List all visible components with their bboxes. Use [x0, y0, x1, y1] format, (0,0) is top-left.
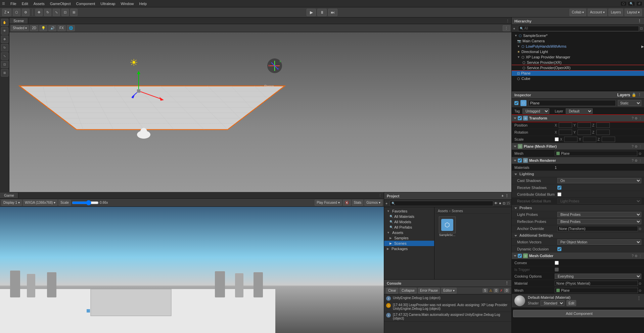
- project-plus-icon[interactable]: +: [502, 194, 504, 198]
- tab-game[interactable]: Game: [0, 193, 18, 198]
- settings-btn[interactable]: ⚙: [22, 9, 30, 16]
- breadcrumb-assets[interactable]: Assets: [438, 209, 448, 213]
- menu-file[interactable]: File: [8, 1, 19, 6]
- pos-x-input[interactable]: 0: [559, 123, 572, 128]
- transform-settings-icon[interactable]: ⚙: [635, 116, 638, 120]
- scale-link-checkbox[interactable]: [555, 137, 559, 141]
- project-star-btn[interactable]: ★: [499, 201, 502, 205]
- transform-gizmo-btn[interactable]: Z ▾: [2, 9, 11, 16]
- project-menu-icon[interactable]: ⋮: [505, 194, 509, 198]
- rot-z-input[interactable]: 0: [596, 130, 610, 135]
- convex-checkbox[interactable]: [555, 261, 559, 265]
- console-item[interactable]: ℹ [17:47:32] Camera.Main automatically a…: [384, 312, 511, 322]
- motion-vectors-dropdown[interactable]: Per Object Motion: [557, 239, 641, 245]
- meshfilter-expand-icon[interactable]: [514, 146, 516, 147]
- collider-more-icon[interactable]: ⋮: [639, 254, 642, 258]
- packages-folder[interactable]: ▶ Packages: [384, 246, 434, 251]
- layer-dropdown[interactable]: Default: [566, 108, 593, 114]
- menu-component[interactable]: Component: [73, 1, 98, 6]
- console-menu-icon[interactable]: ⋮: [505, 281, 509, 285]
- menu-ultraleap[interactable]: Ultraleap: [98, 1, 118, 6]
- reflection-probes-dropdown[interactable]: Blend Probes: [557, 219, 641, 224]
- tool-eye[interactable]: 👁: [1, 27, 8, 35]
- game-settings-icon[interactable]: ⋮: [376, 193, 384, 197]
- anchor-override-field[interactable]: None (Transform): [557, 226, 638, 231]
- scene-settings-icon[interactable]: ⋮: [506, 19, 509, 22]
- collider-mesh-field[interactable]: Plane: [555, 288, 638, 293]
- play-btn[interactable]: ▶: [307, 9, 316, 16]
- tag-dropdown[interactable]: Untagged: [522, 108, 549, 114]
- inspector-lock-icon[interactable]: 🔒: [632, 93, 636, 97]
- project-filter-btn[interactable]: ⊡: [503, 201, 505, 205]
- add-component-btn[interactable]: Add Component: [513, 310, 644, 317]
- pause-btn[interactable]: ⏸: [317, 9, 327, 16]
- hierarchy-scene-icon[interactable]: ⊡: [640, 27, 643, 30]
- contribute-gi-checkbox[interactable]: [557, 192, 561, 196]
- lighting-expand-icon[interactable]: [514, 174, 517, 175]
- renderer-expand-icon[interactable]: [514, 160, 516, 161]
- gizmos-btn[interactable]: 🌐: [67, 25, 75, 31]
- material-more-btn[interactable]: ⋮: [637, 295, 641, 301]
- hier-lowpoly[interactable]: ▼ ⬡ LowPolyHandsWithArms ▶: [512, 44, 644, 49]
- rotate-tool-btn[interactable]: ↻: [44, 9, 51, 16]
- stats-btn[interactable]: Stats: [352, 200, 364, 206]
- renderer-info-icon[interactable]: ?: [632, 159, 634, 162]
- favorites-folder[interactable]: ▼ Favorites: [384, 208, 434, 214]
- effects-btn[interactable]: FX: [57, 25, 66, 31]
- layers-tab-label[interactable]: Layers: [617, 93, 630, 97]
- rot-y-input[interactable]: 0: [578, 130, 591, 135]
- meshfilter-settings-icon[interactable]: ⚙: [635, 145, 638, 148]
- audio-btn[interactable]: 🔊: [48, 25, 56, 31]
- hier-dir-light[interactable]: ☀ Directional Light: [512, 49, 644, 54]
- sample-scene-file[interactable]: ⬡ SampleSc...: [437, 217, 457, 237]
- menu-window[interactable]: Window: [118, 1, 136, 6]
- scale-slider[interactable]: [72, 201, 99, 205]
- hier-xp-leap[interactable]: ▼ ⬡ XP Leap Provider Manager: [512, 54, 644, 60]
- transform-info-icon[interactable]: ?: [632, 116, 634, 120]
- shading-dropdown[interactable]: Shaded ▾: [11, 25, 29, 31]
- pos-z-input[interactable]: 0: [596, 123, 610, 128]
- probes-expand-icon[interactable]: [514, 207, 517, 209]
- console-item[interactable]: ⚠ [17:44:30] LeapProvider was not assign…: [384, 302, 511, 312]
- scale-tool-btn[interactable]: ⤡: [53, 9, 60, 16]
- project-add-btn[interactable]: +: [385, 201, 387, 205]
- all-materials-item[interactable]: 🔍 All Materials: [384, 214, 434, 219]
- scale-x-input[interactable]: 1: [564, 137, 578, 142]
- collider-expand-icon[interactable]: [514, 255, 516, 257]
- mesh-select-btn[interactable]: ⊙: [639, 152, 641, 155]
- hier-service-xr[interactable]: ⬡ Service Provider(XR): [512, 60, 644, 65]
- anchor-select-btn[interactable]: ⊙: [639, 227, 641, 231]
- mute-btn[interactable]: 🔇: [343, 200, 351, 206]
- hierarchy-menu-icon[interactable]: ⋮: [638, 19, 641, 23]
- all-prefabs-item[interactable]: 🔍 All Prefabs: [384, 225, 434, 230]
- game-viewport[interactable]: [0, 207, 384, 333]
- assets-folder[interactable]: ▼ Assets: [384, 230, 434, 235]
- menu-help[interactable]: Help: [137, 1, 150, 6]
- samples-folder[interactable]: ▶ Samples: [384, 235, 434, 241]
- undo-settings-icon[interactable]: ↺: [637, 2, 642, 6]
- hier-plane[interactable]: ⊡ Plane: [512, 70, 644, 76]
- collider-mesh-select-btn[interactable]: ⊙: [639, 289, 641, 292]
- collab-btn[interactable]: Collab ▾: [569, 9, 586, 16]
- layout-btn[interactable]: Layout ▾: [625, 9, 642, 16]
- 2d-btn[interactable]: 2D: [30, 25, 38, 31]
- menu-assets[interactable]: Assets: [31, 1, 47, 6]
- tool-rect[interactable]: ⊡: [1, 61, 8, 68]
- console-item[interactable]: ℹ UnityEngine.Debug:Log (object): [384, 295, 511, 302]
- addl-expand-icon[interactable]: [514, 235, 517, 237]
- tool-rotate[interactable]: ↻: [1, 44, 8, 51]
- layers-btn[interactable]: Layers: [608, 9, 623, 16]
- account-btn[interactable]: Account ▾: [588, 9, 607, 16]
- hierarchy-add-btn[interactable]: +: [513, 27, 515, 31]
- step-btn[interactable]: ⏭: [328, 9, 337, 16]
- meshfilter-info-icon[interactable]: ?: [632, 145, 634, 148]
- collapse-btn[interactable]: Collapse: [400, 288, 417, 294]
- gizmos-game-btn[interactable]: Gizmos ▾: [364, 200, 382, 206]
- tool-move[interactable]: ✥: [1, 36, 8, 43]
- editor-dropdown[interactable]: Editor ▾: [441, 288, 457, 294]
- renderer-more-icon[interactable]: ⋮: [639, 159, 642, 162]
- scenes-folder[interactable]: ▶ Scenes: [384, 241, 434, 246]
- collider-material-field[interactable]: None (Physic Material): [555, 281, 638, 286]
- rect-tool-btn[interactable]: ⊡: [61, 9, 69, 16]
- scale-z-input[interactable]: 1: [602, 137, 615, 142]
